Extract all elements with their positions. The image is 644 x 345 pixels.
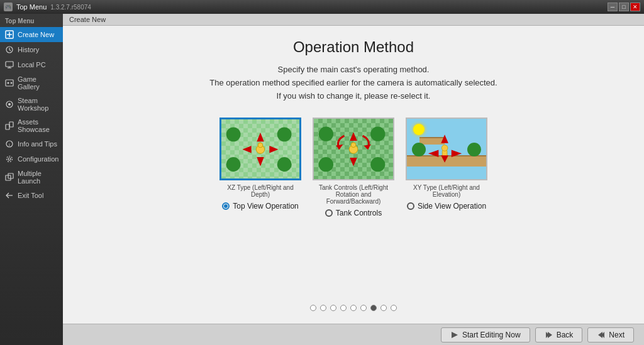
- svg-point-23: [226, 157, 241, 172]
- sidebar-label-history: History: [18, 46, 39, 53]
- sidebar-item-configuration[interactable]: Configuration: [0, 151, 63, 167]
- next-button[interactable]: Next: [587, 327, 634, 342]
- svg-marker-43: [428, 150, 438, 158]
- desc-line1: Specify the main cast's operating method…: [209, 63, 497, 77]
- info-and-tips-icon: i: [5, 140, 14, 148]
- option-side-view[interactable]: XY Type (Left/Right and Elevation) Side …: [406, 118, 487, 217]
- option-caption-side-view: XY Type (Left/Right and Elevation): [406, 184, 487, 198]
- svg-point-17: [7, 156, 13, 162]
- svg-point-24: [277, 157, 292, 172]
- sidebar-item-game-gallery[interactable]: Game Gallery: [0, 72, 63, 94]
- svg-marker-38: [364, 145, 371, 150]
- svg-point-22: [277, 128, 292, 142]
- radio-circle-top-view: [222, 202, 230, 210]
- main-content: Create New Operation Method Specify the …: [63, 14, 644, 345]
- page-dots: [310, 305, 397, 311]
- svg-marker-47: [452, 332, 458, 338]
- start-editing-button[interactable]: Start Editing Now: [441, 327, 530, 342]
- option-label-tank: Tank Controls: [336, 209, 382, 217]
- svg-marker-37: [336, 145, 343, 150]
- sidebar-label-info-and-tips: Info and Tips: [18, 140, 57, 148]
- content-header: Create New: [63, 14, 644, 26]
- dot-3[interactable]: [330, 305, 336, 311]
- dot-1[interactable]: [310, 305, 316, 311]
- svg-rect-13: [9, 122, 13, 127]
- maximize-button[interactable]: □: [619, 3, 629, 11]
- option-radio-top-view[interactable]: Top View Operation: [222, 202, 299, 211]
- svg-point-8: [8, 82, 9, 84]
- sidebar-header: Top Menu: [0, 16, 63, 27]
- title-bar-title: Top Menu: [16, 3, 47, 11]
- sidebar-item-create-new[interactable]: Create New: [0, 27, 63, 42]
- configuration-icon: [5, 155, 14, 163]
- option-top-view[interactable]: XZ Type (Left/Right and Depth) Top View …: [219, 118, 301, 217]
- title-bar-version: 1.3.2.7.r58074: [50, 4, 91, 11]
- content-body: Operation Method Specify the main cast's…: [63, 26, 644, 324]
- dot-7[interactable]: [370, 305, 377, 311]
- svg-point-26: [258, 143, 263, 148]
- svg-marker-29: [257, 133, 264, 141]
- sidebar-label-exit-tool: Exit Tool: [18, 192, 43, 199]
- option-image-tank: [313, 118, 394, 180]
- dot-4[interactable]: [340, 305, 347, 311]
- sidebar-item-steam-workshop[interactable]: Steam Workshop: [0, 94, 63, 115]
- svg-point-31: [319, 127, 333, 141]
- option-radio-side-view[interactable]: Side View Operation: [407, 202, 486, 211]
- sidebar-label-local-pc: Local PC: [18, 61, 46, 68]
- svg-point-32: [370, 127, 385, 141]
- svg-point-33: [319, 157, 333, 172]
- sidebar-item-multiple-launch[interactable]: Multiple Launch: [0, 167, 63, 188]
- radio-circle-tank: [325, 209, 333, 217]
- sidebar-label-configuration: Configuration: [18, 155, 58, 163]
- dot-6[interactable]: [360, 305, 367, 311]
- radio-dot-top-view: [224, 204, 228, 208]
- back-icon: [545, 331, 553, 339]
- sidebar-label-steam-workshop: Steam Workshop: [18, 97, 58, 112]
- svg-text:i: i: [9, 142, 10, 148]
- option-label-top-view: Top View Operation: [233, 202, 299, 211]
- app-body: Top Menu Create New History Local PC Gam…: [0, 14, 644, 345]
- game-gallery-icon: [5, 79, 14, 87]
- dot-2[interactable]: [320, 305, 326, 311]
- svg-rect-12: [6, 124, 9, 129]
- sidebar-label-assets-showcase: Assets Showcase: [18, 118, 58, 133]
- option-caption-top-view: XZ Type (Left/Right and Depth): [219, 184, 301, 198]
- dot-9[interactable]: [391, 305, 397, 311]
- top-view-arrows: [221, 119, 299, 179]
- svg-marker-40: [350, 158, 357, 167]
- svg-point-34: [370, 157, 385, 172]
- desc-line2: The operation method specified earlier f…: [209, 77, 497, 90]
- side-view-arrows: [407, 119, 486, 180]
- minimize-button[interactable]: ─: [608, 3, 618, 11]
- next-icon: [597, 331, 606, 339]
- close-button[interactable]: ✕: [630, 3, 640, 11]
- svg-marker-30: [257, 157, 264, 166]
- back-label: Back: [557, 331, 574, 339]
- page-title: Operation Method: [293, 38, 414, 56]
- sidebar-item-local-pc[interactable]: Local PC: [0, 57, 63, 72]
- assets-showcase-icon: [5, 121, 14, 130]
- title-bar: 🎮 Top Menu 1.3.2.7.r58074 ─ □ ✕: [0, 0, 644, 14]
- sidebar-item-assets-showcase[interactable]: Assets Showcase: [0, 115, 63, 136]
- start-editing-label: Start Editing Now: [462, 331, 521, 339]
- multiple-launch-icon: [5, 173, 14, 182]
- dot-5[interactable]: [350, 305, 357, 311]
- svg-marker-27: [242, 146, 251, 153]
- sidebar-item-history[interactable]: History: [0, 42, 63, 57]
- radio-circle-side-view: [407, 202, 414, 210]
- sidebar-item-info-and-tips[interactable]: i Info and Tips: [0, 136, 63, 151]
- sidebar: Top Menu Create New History Local PC Gam…: [0, 14, 63, 345]
- svg-point-36: [351, 143, 356, 148]
- svg-point-42: [441, 145, 448, 151]
- sidebar-item-exit-tool[interactable]: Exit Tool: [0, 188, 63, 203]
- start-editing-icon: [450, 331, 459, 339]
- dot-8[interactable]: [380, 305, 387, 311]
- option-tank[interactable]: Tank Controls (Left/Right Rotation and F…: [313, 118, 394, 217]
- option-image-side-view: [406, 118, 487, 180]
- option-label-side-view: Side View Operation: [418, 202, 486, 211]
- title-bar-controls: ─ □ ✕: [608, 3, 640, 11]
- sidebar-label-multiple-launch: Multiple Launch: [18, 170, 58, 185]
- option-caption-tank: Tank Controls (Left/Right Rotation and F…: [313, 184, 394, 205]
- option-radio-tank[interactable]: Tank Controls: [325, 209, 382, 217]
- back-button[interactable]: Back: [535, 327, 583, 342]
